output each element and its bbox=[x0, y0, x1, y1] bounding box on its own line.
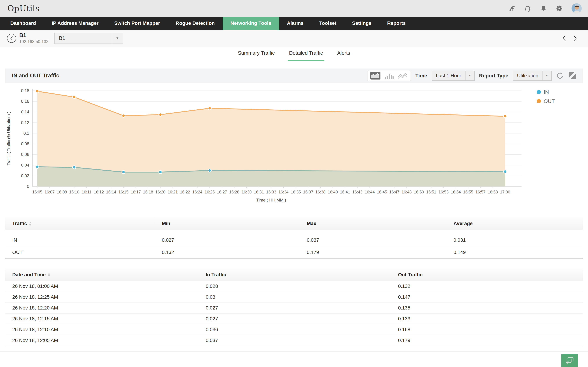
table-cell: IN bbox=[5, 230, 155, 246]
table-cell: 0.036 bbox=[199, 324, 391, 335]
time-label: Time bbox=[415, 73, 427, 79]
y-tick-label: 0.12 bbox=[21, 120, 29, 125]
table-row: 26 Nov 18, 12:10 AM0.0360.168 bbox=[5, 324, 583, 335]
table-row: 26 Nov 18, 01:00 AM0.0280.132 bbox=[5, 281, 583, 292]
nav-item-toolset[interactable]: Toolset bbox=[311, 17, 344, 30]
x-tick-label: 16:24 bbox=[192, 190, 202, 194]
area-chart-icon[interactable] bbox=[370, 72, 380, 80]
column-header-date-and-time[interactable]: Date and Time bbox=[5, 269, 199, 281]
y-tick-label: 0.02 bbox=[21, 173, 29, 178]
back-button[interactable] bbox=[7, 34, 16, 43]
x-tick-label: 16:11 bbox=[82, 190, 91, 194]
chart-type-selector bbox=[367, 70, 411, 81]
traffic-tabbar: Summary TrafficDetailed TrafficAlerts bbox=[0, 47, 588, 61]
report-type-dropdown[interactable]: Utilization ▼ bbox=[513, 71, 552, 81]
chevron-down-icon: ▼ bbox=[112, 33, 123, 43]
tab-detailed-traffic[interactable]: Detailed Traffic bbox=[288, 50, 324, 61]
time-range-value: Last 1 Hour bbox=[432, 73, 465, 78]
table-cell: OUT bbox=[5, 246, 155, 259]
device-name: B1 bbox=[19, 32, 49, 38]
table-cell: 0.037 bbox=[300, 230, 446, 246]
x-tick-label: 16:35 bbox=[291, 190, 301, 194]
column-header-traffic[interactable]: Traffic bbox=[5, 217, 155, 230]
time-range-dropdown[interactable]: Last 1 Hour ▼ bbox=[432, 71, 475, 81]
report-type-label: Report Type bbox=[479, 73, 508, 79]
table-cell: 0.027 bbox=[199, 313, 391, 324]
table-cell: 0.149 bbox=[446, 246, 583, 259]
bar-chart-icon[interactable] bbox=[384, 72, 394, 80]
x-tick-label: 16:51 bbox=[426, 190, 436, 194]
tab-alerts[interactable]: Alerts bbox=[336, 50, 352, 61]
y-tick-label: 0.18 bbox=[21, 88, 29, 93]
y-tick-label: 0.1 bbox=[24, 131, 29, 136]
device-selector[interactable]: B1 ▼ bbox=[54, 33, 123, 44]
table-cell: 0.147 bbox=[391, 292, 583, 302]
nav-item-switch-port-mapper[interactable]: Switch Port Mapper bbox=[106, 17, 168, 30]
x-tick-label: 16:45 bbox=[377, 190, 387, 194]
previous-device-button[interactable] bbox=[562, 35, 566, 42]
page-bottom-divider bbox=[0, 351, 588, 351]
top-bar: OpUtils bbox=[0, 0, 588, 17]
traffic-area-chart: 0.180.160.140.120.10.080.060.040.02016:0… bbox=[5, 83, 583, 212]
table-row: OUT0.1320.1790.149 bbox=[5, 246, 583, 259]
table-cell: 0.132 bbox=[391, 281, 583, 292]
y-axis-title: Traffic ( Traffic (% Utilization) ) bbox=[7, 112, 11, 166]
user-avatar[interactable] bbox=[571, 3, 582, 13]
column-header-label: Date and Time bbox=[12, 272, 46, 277]
expand-icon[interactable] bbox=[568, 72, 576, 80]
table-cell: 26 Nov 18, 12:10 AM bbox=[5, 324, 199, 335]
y-tick-label: 0.04 bbox=[21, 163, 29, 167]
line-chart-icon[interactable] bbox=[398, 72, 408, 80]
table-cell: 26 Nov 18, 12:05 AM bbox=[5, 335, 199, 346]
bell-icon[interactable] bbox=[540, 5, 547, 12]
table-cell: 26 Nov 18, 12:15 AM bbox=[5, 313, 199, 324]
report-type-value: Utilization bbox=[513, 73, 542, 78]
table-cell: 0.179 bbox=[300, 246, 446, 259]
gear-icon[interactable] bbox=[556, 5, 563, 12]
table-cell: 0.027 bbox=[199, 302, 391, 313]
legend-item-in[interactable]: IN bbox=[537, 89, 555, 95]
tab-summary-traffic[interactable]: Summary Traffic bbox=[236, 50, 276, 61]
nav-item-ip-address-manager[interactable]: IP Address Manager bbox=[44, 17, 106, 30]
column-header-in-traffic: In Traffic bbox=[199, 269, 391, 281]
legend-label-out: OUT bbox=[544, 98, 555, 104]
traffic-summary-table: TrafficMinMaxAverageIN0.0270.0370.031OUT… bbox=[5, 217, 583, 259]
table-header-row: TrafficMinMaxAverage bbox=[5, 217, 583, 230]
x-tick-label: 16:44 bbox=[365, 190, 375, 194]
x-tick-label: 16:47 bbox=[389, 190, 399, 194]
legend-label-in: IN bbox=[544, 89, 549, 95]
column-header-out-traffic: Out Traffic bbox=[391, 269, 583, 281]
nav-item-settings[interactable]: Settings bbox=[344, 17, 379, 30]
nav-item-alarms[interactable]: Alarms bbox=[279, 17, 311, 30]
legend-item-out[interactable]: OUT bbox=[537, 98, 555, 104]
refresh-icon[interactable] bbox=[556, 72, 564, 80]
chat-button[interactable] bbox=[562, 354, 578, 367]
x-tick-label: 16:48 bbox=[402, 190, 412, 194]
table-cell: 26 Nov 18, 12:20 AM bbox=[5, 302, 199, 313]
x-tick-label: 16:18 bbox=[143, 190, 153, 194]
data-point-in bbox=[208, 169, 211, 172]
nav-item-networking-tools[interactable]: Networking Tools bbox=[223, 17, 279, 30]
panel-header: IN and OUT Traffic Time Last 1 Hour ▼ Re… bbox=[5, 68, 583, 83]
rocket-icon[interactable] bbox=[509, 5, 516, 12]
table-cell: 0.037 bbox=[199, 335, 391, 346]
x-axis-title: Time ( HH:MM ) bbox=[256, 198, 286, 202]
x-tick-label: 16:28 bbox=[229, 190, 239, 194]
chart-section: 0.180.160.140.120.10.080.060.040.02016:0… bbox=[5, 83, 583, 212]
x-tick-label: 16:12 bbox=[94, 190, 104, 194]
nav-item-rogue-detection[interactable]: Rogue Detection bbox=[168, 17, 222, 30]
nav-item-dashboard[interactable]: Dashboard bbox=[2, 17, 44, 30]
column-header-max: Max bbox=[300, 217, 446, 230]
table-cell: 0.028 bbox=[199, 281, 391, 292]
x-tick-label: 16:08 bbox=[57, 190, 67, 194]
app-logo: OpUtils bbox=[7, 4, 40, 13]
data-point-out bbox=[73, 96, 76, 99]
headset-icon[interactable] bbox=[524, 5, 531, 12]
nav-item-reports[interactable]: Reports bbox=[379, 17, 414, 30]
table-cell: 0.132 bbox=[155, 246, 300, 259]
x-tick-label: 16:58 bbox=[488, 190, 498, 194]
x-tick-label: 16:54 bbox=[451, 190, 461, 194]
x-tick-label: 16:57 bbox=[476, 190, 486, 194]
table-cell: 0.027 bbox=[155, 230, 300, 246]
next-device-button[interactable] bbox=[573, 35, 577, 42]
